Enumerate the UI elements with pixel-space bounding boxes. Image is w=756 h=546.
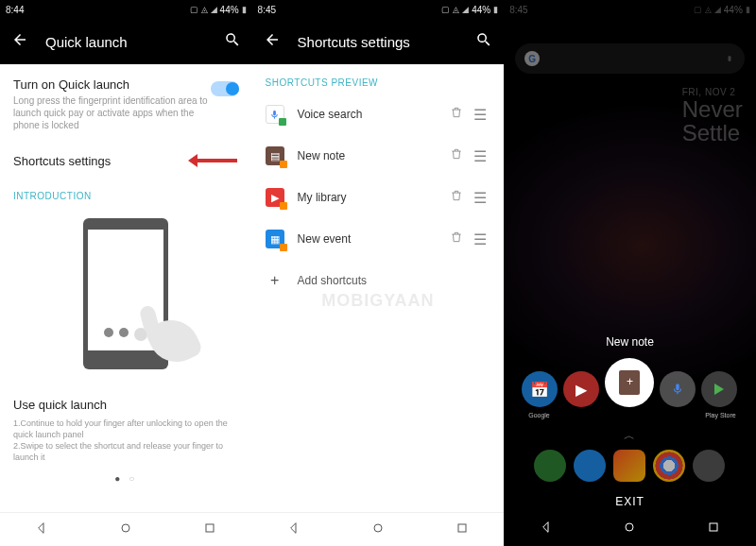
quick-launch-overlay: New note 📅 Google ▶ Play Store ︿	[504, 0, 756, 546]
dock-messages-icon[interactable]	[574, 450, 606, 482]
shortcut-chip-calendar[interactable]: 📅	[522, 371, 558, 407]
svg-rect-5	[710, 523, 717, 531]
shortcut-chip-voice[interactable]	[660, 371, 696, 407]
chevron-up-icon[interactable]: ︿	[624, 428, 635, 444]
use-quick-launch-title: Use quick launch	[13, 398, 239, 412]
dock-shelf-icon[interactable]	[613, 450, 645, 482]
delete-icon[interactable]	[445, 106, 468, 123]
shortcut-item-new-note: ▤ New note ☰	[266, 135, 491, 177]
signal-icon: ◢	[211, 5, 217, 14]
dock-chrome-icon[interactable]	[653, 450, 685, 482]
voice-search-icon	[266, 105, 284, 124]
chip-label-playstore: Play Store	[701, 412, 739, 418]
toolbar-title: Quick launch	[45, 34, 224, 50]
shortcuts-preview-label: SHORTCUTS PREVIEW	[266, 64, 491, 94]
nav-home-icon[interactable]	[118, 520, 133, 539]
back-icon[interactable]	[264, 31, 281, 52]
nav-bar	[0, 512, 252, 546]
dock-phone-icon[interactable]	[534, 450, 566, 482]
nav-back-icon[interactable]	[286, 520, 301, 539]
svg-rect-1	[206, 524, 214, 532]
shortcut-item-my-library: ▶ My library ☰	[266, 177, 491, 218]
vibrate-icon: ▢	[441, 5, 450, 14]
quick-launch-subtitle: Long press the fingerprint identificatio…	[13, 94, 211, 131]
chip-label-google: Google	[520, 412, 558, 418]
svg-point-0	[122, 524, 129, 532]
search-icon[interactable]	[224, 31, 241, 52]
use-quick-launch-text: 1.Continue to hold your finger after unl…	[13, 418, 239, 464]
vibrate-icon: ▢	[190, 5, 198, 14]
quick-launch-title: Turn on Quick launch	[13, 77, 211, 92]
panel-launcher-overlay: 8:45 ▢ ◬ ◢ 44% ▮ G FRI, NOV 2 Never Sett…	[504, 0, 756, 546]
drag-handle-icon[interactable]: ☰	[468, 147, 490, 165]
shortcut-label: New note	[298, 149, 446, 162]
dock-camera-icon[interactable]	[693, 450, 725, 482]
back-icon[interactable]	[11, 31, 28, 52]
toolbar: Quick launch	[0, 19, 252, 64]
delete-icon[interactable]	[445, 147, 468, 164]
toolbar-title: Shortcuts settings	[298, 34, 476, 50]
battery-icon: ▮	[242, 5, 247, 14]
nav-recents-icon[interactable]	[202, 520, 217, 539]
battery-icon: ▮	[493, 5, 498, 14]
battery-text: 44%	[472, 5, 490, 15]
nav-home-icon[interactable]	[622, 520, 637, 538]
shortcut-item-new-event: ▦ New event ☰	[266, 218, 491, 260]
no-sim-icon: ◬	[201, 5, 208, 14]
no-sim-icon: ◬	[453, 5, 459, 14]
status-time: 8:44	[6, 5, 24, 15]
add-shortcuts-label: Add shortcuts	[298, 274, 367, 287]
svg-rect-3	[458, 524, 466, 532]
nav-back-icon[interactable]	[34, 520, 49, 539]
new-note-icon: ▤	[266, 146, 284, 165]
new-event-icon: ▦	[266, 230, 284, 248]
shortcut-chip-play-store[interactable]	[701, 371, 737, 407]
delete-icon[interactable]	[445, 189, 468, 206]
svg-point-2	[374, 524, 382, 532]
annotation-arrow-icon	[188, 152, 245, 169]
panel-quick-launch: 8:44 ▢ ◬ ◢ 44% ▮ Quick launch Turn on Qu…	[0, 0, 252, 546]
shortcut-arc: 📅 Google ▶ Play Store	[522, 358, 737, 407]
status-time: 8:45	[258, 5, 276, 15]
status-bar: 8:44 ▢ ◬ ◢ 44% ▮	[0, 0, 252, 19]
shortcut-chip-library[interactable]: ▶	[563, 371, 599, 407]
toolbar: Shortcuts settings	[252, 19, 505, 64]
nav-recents-icon[interactable]	[455, 520, 470, 539]
intro-illustration	[13, 209, 239, 379]
status-bar: 8:45 ▢ ◬ ◢ 44% ▮	[252, 0, 505, 19]
svg-point-4	[626, 523, 633, 531]
shortcut-label: Voice search	[298, 108, 446, 121]
add-shortcuts-row[interactable]: + Add shortcuts	[266, 260, 491, 301]
toggle-switch[interactable]	[211, 81, 239, 96]
battery-text: 44%	[220, 5, 239, 15]
selected-shortcut-label: New note	[606, 335, 654, 349]
search-icon[interactable]	[475, 31, 492, 52]
note-doc-icon	[619, 370, 640, 395]
drag-handle-icon[interactable]: ☰	[468, 189, 490, 207]
nav-bar	[252, 512, 505, 546]
introduction-label: INTRODUCTION	[13, 191, 239, 201]
page-indicator: ● ○	[13, 473, 239, 484]
shortcuts-settings-label: Shortcuts settings	[13, 154, 111, 168]
drag-handle-icon[interactable]: ☰	[468, 230, 490, 248]
nav-home-icon[interactable]	[370, 520, 386, 539]
nav-recents-icon[interactable]	[706, 520, 721, 538]
add-icon: +	[266, 272, 284, 289]
toggle-quick-launch-row[interactable]: Turn on Quick launch Long press the fing…	[13, 64, 239, 141]
shortcuts-settings-row[interactable]: Shortcuts settings	[13, 141, 239, 181]
shortcut-label: New event	[298, 232, 446, 246]
nav-back-icon[interactable]	[539, 520, 554, 538]
delete-icon[interactable]	[445, 230, 468, 247]
exit-label[interactable]: EXIT	[615, 487, 644, 512]
shortcut-label: My library	[298, 191, 446, 204]
nav-bar	[504, 512, 756, 546]
signal-icon: ◢	[462, 5, 469, 14]
dock	[534, 450, 725, 482]
drag-handle-icon[interactable]: ☰	[468, 106, 490, 124]
my-library-icon: ▶	[266, 188, 284, 207]
shortcut-item-voice-search: Voice search ☰	[266, 94, 491, 135]
shortcut-chip-new-note-selected[interactable]	[605, 358, 654, 407]
panel-shortcuts-settings: 8:45 ▢ ◬ ◢ 44% ▮ Shortcuts settings SHOR…	[252, 0, 505, 546]
